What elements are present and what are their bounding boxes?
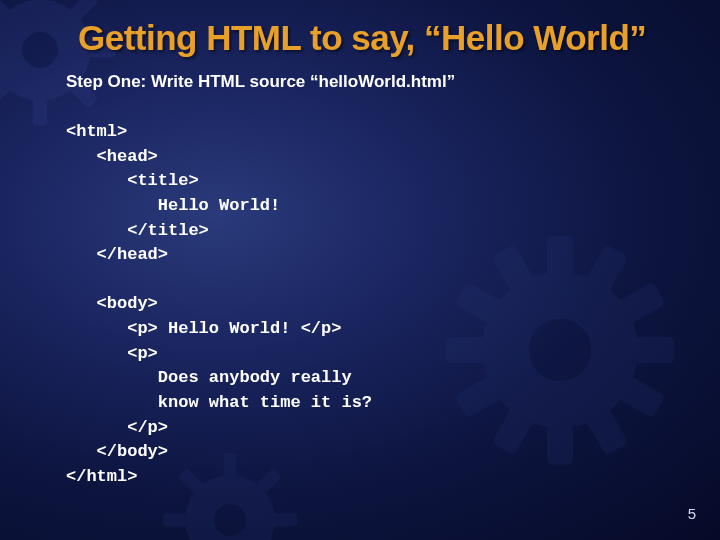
svg-point-33 — [214, 504, 246, 536]
code-block: <html> <head> <title> Hello World! </tit… — [66, 120, 660, 490]
page-number: 5 — [688, 505, 696, 522]
svg-rect-27 — [163, 514, 189, 527]
slide-title: Getting HTML to say, “Hello World” — [78, 18, 660, 58]
svg-rect-28 — [272, 514, 298, 527]
slide-subtitle: Step One: Write HTML source “helloWorld.… — [66, 72, 660, 92]
